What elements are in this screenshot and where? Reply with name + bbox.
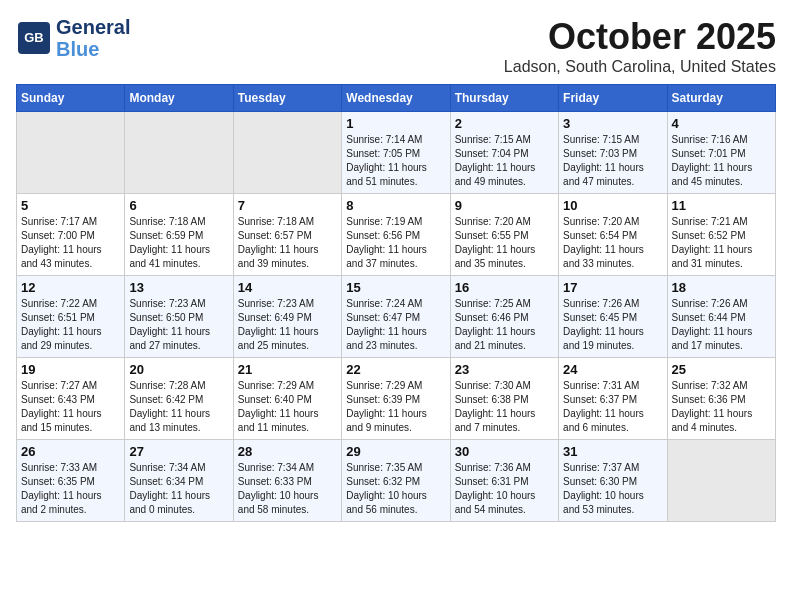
calendar-cell: 7Sunrise: 7:18 AM Sunset: 6:57 PM Daylig… bbox=[233, 194, 341, 276]
weekday-header-sunday: Sunday bbox=[17, 85, 125, 112]
svg-text:GB: GB bbox=[24, 30, 44, 45]
day-info: Sunrise: 7:20 AM Sunset: 6:55 PM Dayligh… bbox=[455, 215, 554, 271]
calendar-cell: 18Sunrise: 7:26 AM Sunset: 6:44 PM Dayli… bbox=[667, 276, 775, 358]
day-info: Sunrise: 7:27 AM Sunset: 6:43 PM Dayligh… bbox=[21, 379, 120, 435]
calendar-cell: 25Sunrise: 7:32 AM Sunset: 6:36 PM Dayli… bbox=[667, 358, 775, 440]
calendar-cell: 24Sunrise: 7:31 AM Sunset: 6:37 PM Dayli… bbox=[559, 358, 667, 440]
day-info: Sunrise: 7:29 AM Sunset: 6:40 PM Dayligh… bbox=[238, 379, 337, 435]
weekday-header-friday: Friday bbox=[559, 85, 667, 112]
logo: GB General Blue bbox=[16, 16, 130, 60]
calendar-cell bbox=[233, 112, 341, 194]
day-info: Sunrise: 7:26 AM Sunset: 6:45 PM Dayligh… bbox=[563, 297, 662, 353]
day-number: 26 bbox=[21, 444, 120, 459]
day-info: Sunrise: 7:31 AM Sunset: 6:37 PM Dayligh… bbox=[563, 379, 662, 435]
calendar-cell: 9Sunrise: 7:20 AM Sunset: 6:55 PM Daylig… bbox=[450, 194, 558, 276]
day-number: 3 bbox=[563, 116, 662, 131]
day-number: 29 bbox=[346, 444, 445, 459]
calendar-cell: 8Sunrise: 7:19 AM Sunset: 6:56 PM Daylig… bbox=[342, 194, 450, 276]
calendar-cell: 17Sunrise: 7:26 AM Sunset: 6:45 PM Dayli… bbox=[559, 276, 667, 358]
day-info: Sunrise: 7:28 AM Sunset: 6:42 PM Dayligh… bbox=[129, 379, 228, 435]
calendar-week-2: 5Sunrise: 7:17 AM Sunset: 7:00 PM Daylig… bbox=[17, 194, 776, 276]
day-number: 22 bbox=[346, 362, 445, 377]
day-info: Sunrise: 7:17 AM Sunset: 7:00 PM Dayligh… bbox=[21, 215, 120, 271]
calendar-cell: 6Sunrise: 7:18 AM Sunset: 6:59 PM Daylig… bbox=[125, 194, 233, 276]
calendar-cell: 28Sunrise: 7:34 AM Sunset: 6:33 PM Dayli… bbox=[233, 440, 341, 522]
day-info: Sunrise: 7:26 AM Sunset: 6:44 PM Dayligh… bbox=[672, 297, 771, 353]
logo-blue: Blue bbox=[56, 38, 130, 60]
day-number: 13 bbox=[129, 280, 228, 295]
calendar-cell: 21Sunrise: 7:29 AM Sunset: 6:40 PM Dayli… bbox=[233, 358, 341, 440]
day-number: 18 bbox=[672, 280, 771, 295]
day-info: Sunrise: 7:23 AM Sunset: 6:50 PM Dayligh… bbox=[129, 297, 228, 353]
day-number: 8 bbox=[346, 198, 445, 213]
day-number: 7 bbox=[238, 198, 337, 213]
day-number: 31 bbox=[563, 444, 662, 459]
day-info: Sunrise: 7:25 AM Sunset: 6:46 PM Dayligh… bbox=[455, 297, 554, 353]
day-info: Sunrise: 7:15 AM Sunset: 7:03 PM Dayligh… bbox=[563, 133, 662, 189]
calendar-cell bbox=[667, 440, 775, 522]
calendar-cell: 23Sunrise: 7:30 AM Sunset: 6:38 PM Dayli… bbox=[450, 358, 558, 440]
day-number: 17 bbox=[563, 280, 662, 295]
day-info: Sunrise: 7:15 AM Sunset: 7:04 PM Dayligh… bbox=[455, 133, 554, 189]
day-info: Sunrise: 7:23 AM Sunset: 6:49 PM Dayligh… bbox=[238, 297, 337, 353]
calendar-cell: 5Sunrise: 7:17 AM Sunset: 7:00 PM Daylig… bbox=[17, 194, 125, 276]
day-info: Sunrise: 7:20 AM Sunset: 6:54 PM Dayligh… bbox=[563, 215, 662, 271]
day-number: 20 bbox=[129, 362, 228, 377]
day-number: 9 bbox=[455, 198, 554, 213]
calendar-cell: 11Sunrise: 7:21 AM Sunset: 6:52 PM Dayli… bbox=[667, 194, 775, 276]
weekday-header-wednesday: Wednesday bbox=[342, 85, 450, 112]
day-number: 10 bbox=[563, 198, 662, 213]
day-number: 11 bbox=[672, 198, 771, 213]
day-info: Sunrise: 7:14 AM Sunset: 7:05 PM Dayligh… bbox=[346, 133, 445, 189]
day-info: Sunrise: 7:24 AM Sunset: 6:47 PM Dayligh… bbox=[346, 297, 445, 353]
calendar-cell: 30Sunrise: 7:36 AM Sunset: 6:31 PM Dayli… bbox=[450, 440, 558, 522]
day-number: 2 bbox=[455, 116, 554, 131]
calendar-cell: 31Sunrise: 7:37 AM Sunset: 6:30 PM Dayli… bbox=[559, 440, 667, 522]
day-info: Sunrise: 7:30 AM Sunset: 6:38 PM Dayligh… bbox=[455, 379, 554, 435]
logo-text: General bbox=[56, 16, 130, 38]
day-info: Sunrise: 7:32 AM Sunset: 6:36 PM Dayligh… bbox=[672, 379, 771, 435]
calendar-cell bbox=[125, 112, 233, 194]
calendar-cell: 27Sunrise: 7:34 AM Sunset: 6:34 PM Dayli… bbox=[125, 440, 233, 522]
day-number: 12 bbox=[21, 280, 120, 295]
calendar-cell: 12Sunrise: 7:22 AM Sunset: 6:51 PM Dayli… bbox=[17, 276, 125, 358]
calendar-cell: 20Sunrise: 7:28 AM Sunset: 6:42 PM Dayli… bbox=[125, 358, 233, 440]
calendar-subtitle: Ladson, South Carolina, United States bbox=[504, 58, 776, 76]
weekday-header-tuesday: Tuesday bbox=[233, 85, 341, 112]
calendar-cell: 3Sunrise: 7:15 AM Sunset: 7:03 PM Daylig… bbox=[559, 112, 667, 194]
calendar-cell: 13Sunrise: 7:23 AM Sunset: 6:50 PM Dayli… bbox=[125, 276, 233, 358]
day-number: 30 bbox=[455, 444, 554, 459]
calendar-cell: 4Sunrise: 7:16 AM Sunset: 7:01 PM Daylig… bbox=[667, 112, 775, 194]
day-info: Sunrise: 7:19 AM Sunset: 6:56 PM Dayligh… bbox=[346, 215, 445, 271]
day-number: 19 bbox=[21, 362, 120, 377]
calendar-week-1: 1Sunrise: 7:14 AM Sunset: 7:05 PM Daylig… bbox=[17, 112, 776, 194]
day-number: 25 bbox=[672, 362, 771, 377]
calendar-header: SundayMondayTuesdayWednesdayThursdayFrid… bbox=[17, 85, 776, 112]
calendar-cell: 14Sunrise: 7:23 AM Sunset: 6:49 PM Dayli… bbox=[233, 276, 341, 358]
weekday-header-saturday: Saturday bbox=[667, 85, 775, 112]
day-info: Sunrise: 7:33 AM Sunset: 6:35 PM Dayligh… bbox=[21, 461, 120, 517]
day-info: Sunrise: 7:18 AM Sunset: 6:57 PM Dayligh… bbox=[238, 215, 337, 271]
day-info: Sunrise: 7:34 AM Sunset: 6:33 PM Dayligh… bbox=[238, 461, 337, 517]
calendar-title: October 2025 bbox=[504, 16, 776, 58]
weekday-header-thursday: Thursday bbox=[450, 85, 558, 112]
day-info: Sunrise: 7:37 AM Sunset: 6:30 PM Dayligh… bbox=[563, 461, 662, 517]
day-number: 27 bbox=[129, 444, 228, 459]
calendar-cell: 19Sunrise: 7:27 AM Sunset: 6:43 PM Dayli… bbox=[17, 358, 125, 440]
calendar-cell: 22Sunrise: 7:29 AM Sunset: 6:39 PM Dayli… bbox=[342, 358, 450, 440]
day-number: 4 bbox=[672, 116, 771, 131]
day-info: Sunrise: 7:29 AM Sunset: 6:39 PM Dayligh… bbox=[346, 379, 445, 435]
day-info: Sunrise: 7:18 AM Sunset: 6:59 PM Dayligh… bbox=[129, 215, 228, 271]
calendar-cell: 10Sunrise: 7:20 AM Sunset: 6:54 PM Dayli… bbox=[559, 194, 667, 276]
day-info: Sunrise: 7:21 AM Sunset: 6:52 PM Dayligh… bbox=[672, 215, 771, 271]
calendar-cell: 29Sunrise: 7:35 AM Sunset: 6:32 PM Dayli… bbox=[342, 440, 450, 522]
calendar-cell: 15Sunrise: 7:24 AM Sunset: 6:47 PM Dayli… bbox=[342, 276, 450, 358]
calendar-week-3: 12Sunrise: 7:22 AM Sunset: 6:51 PM Dayli… bbox=[17, 276, 776, 358]
calendar-cell: 26Sunrise: 7:33 AM Sunset: 6:35 PM Dayli… bbox=[17, 440, 125, 522]
calendar-cell: 2Sunrise: 7:15 AM Sunset: 7:04 PM Daylig… bbox=[450, 112, 558, 194]
day-info: Sunrise: 7:22 AM Sunset: 6:51 PM Dayligh… bbox=[21, 297, 120, 353]
day-number: 14 bbox=[238, 280, 337, 295]
logo-icon: GB bbox=[16, 20, 52, 56]
day-number: 24 bbox=[563, 362, 662, 377]
calendar-week-5: 26Sunrise: 7:33 AM Sunset: 6:35 PM Dayli… bbox=[17, 440, 776, 522]
